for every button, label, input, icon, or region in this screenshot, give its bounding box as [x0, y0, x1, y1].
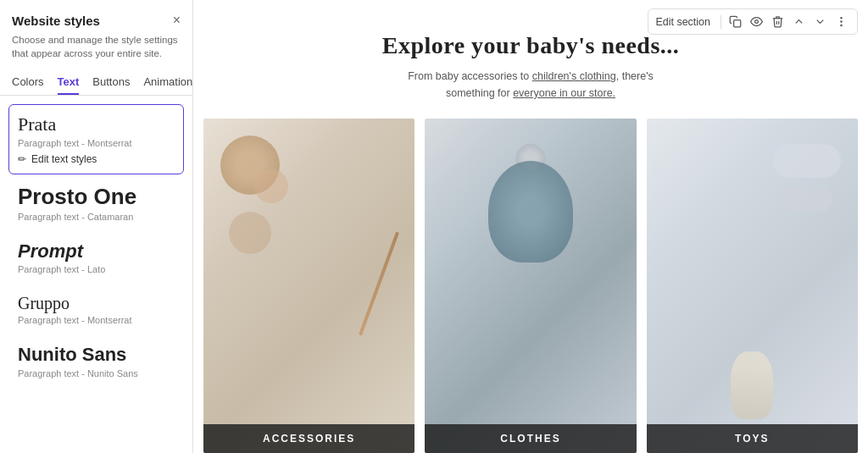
section-toolbar: Edit section [648, 8, 858, 35]
cloud-1 [773, 144, 841, 178]
panel-header: Website styles × [0, 0, 192, 33]
font-sub-prata: Paragraph text - Montserrat [18, 138, 175, 148]
section-subtext: From baby accessories to children's clot… [387, 68, 675, 102]
tab-buttons[interactable]: Buttons [92, 70, 130, 95]
font-sub-nunito: Paragraph text - Nunito Sans [18, 368, 175, 378]
decorative-circle-2 [254, 169, 288, 203]
svg-point-2 [841, 18, 842, 19]
svg-point-3 [841, 21, 842, 22]
panel-tabs: Colors Text Buttons Animations [0, 70, 192, 96]
product-card-toys[interactable]: TOYS [647, 119, 858, 453]
main-content: Edit section Explore your baby's needs..… [193, 0, 868, 453]
move-up-button[interactable] [790, 14, 808, 30]
product-grid: ACCESSORIES CLOTHES TOYS [193, 119, 868, 453]
font-item-prompt[interactable]: Prompt Paragraph text - Lato [8, 231, 184, 284]
font-item-nunito[interactable]: Nunito Sans Paragraph text - Nunito Sans [8, 334, 184, 387]
svg-point-1 [755, 20, 759, 24]
font-name-prata: Prata [18, 113, 175, 135]
pencil-icon: ✏ [18, 153, 26, 165]
toys-label: TOYS [647, 424, 858, 453]
website-styles-panel: Website styles × Choose and manage the s… [0, 0, 193, 453]
clothes-shape [488, 161, 573, 262]
tab-text[interactable]: Text [58, 70, 80, 95]
visibility-button[interactable] [748, 14, 765, 30]
font-item-prosto[interactable]: Prosto One Paragraph text - Catamaran [8, 174, 184, 231]
decorative-circle-3 [229, 212, 271, 254]
font-list: Prata Paragraph text - Montserrat ✏ Edit… [0, 96, 192, 453]
svg-point-4 [841, 25, 842, 25]
more-options-button[interactable] [832, 14, 850, 30]
section-content: Explore your baby's needs... From baby a… [193, 0, 868, 453]
toys-image [647, 119, 858, 453]
tab-animations[interactable]: Animations [143, 70, 193, 95]
product-card-clothes[interactable]: CLOTHES [425, 119, 636, 453]
decorative-stick [359, 231, 399, 336]
copy-button[interactable] [726, 14, 744, 30]
font-sub-prosto: Paragraph text - Catamaran [18, 212, 175, 222]
close-button[interactable]: × [173, 14, 181, 27]
font-item-gruppo[interactable]: Gruppo Paragraph text - Montserrat [8, 284, 184, 334]
font-sub-gruppo: Paragraph text - Montserrat [18, 315, 175, 325]
font-sub-prompt: Paragraph text - Lato [18, 264, 175, 274]
font-name-prosto: Prosto One [18, 184, 175, 210]
edit-text-label: Edit text styles [31, 153, 97, 165]
panel-subtitle: Choose and manage the style settings tha… [0, 33, 192, 70]
accessories-image [203, 119, 415, 453]
tab-colors[interactable]: Colors [12, 70, 44, 95]
move-down-button[interactable] [811, 14, 829, 30]
section-heading: Explore your baby's needs... [382, 32, 680, 59]
edit-text-styles-link[interactable]: ✏ Edit text styles [18, 153, 175, 165]
font-name-nunito: Nunito Sans [18, 344, 175, 366]
product-card-accessories[interactable]: ACCESSORIES [203, 119, 415, 453]
edit-section-label: Edit section [655, 16, 710, 28]
accessories-label: ACCESSORIES [203, 424, 415, 453]
delete-button[interactable] [769, 14, 787, 30]
toy-bear [731, 351, 773, 419]
clothes-label: CLOTHES [425, 424, 636, 453]
font-name-prompt: Prompt [18, 240, 175, 262]
toolbar-divider-1 [721, 15, 721, 29]
panel-title: Website styles [12, 14, 100, 28]
font-item-prata[interactable]: Prata Paragraph text - Montserrat ✏ Edit… [8, 104, 184, 174]
font-name-gruppo: Gruppo [18, 293, 175, 313]
clothes-image [425, 119, 636, 453]
cloud-2 [782, 186, 832, 212]
svg-rect-0 [734, 20, 741, 27]
